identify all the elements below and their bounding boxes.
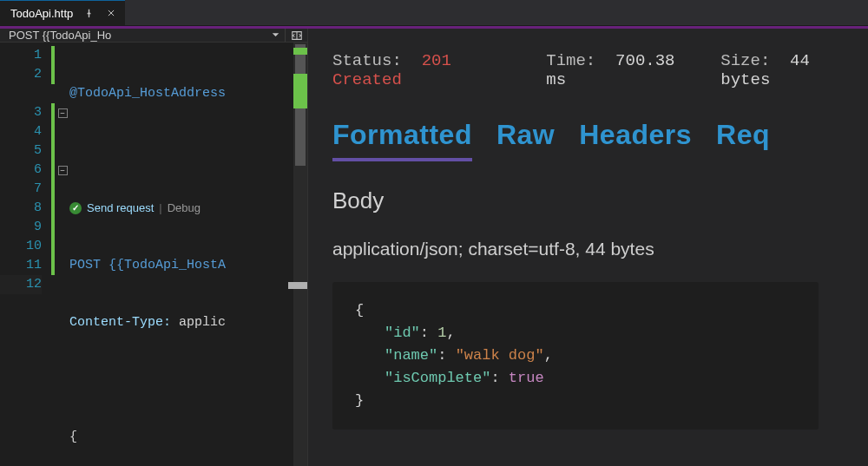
- tab-strip: TodoApi.http: [0, 0, 868, 26]
- editor-pane: POST {{TodoApi_Ho 1 2 3 4 5 6 7 8 9: [0, 29, 308, 466]
- codelens-debug[interactable]: Debug: [168, 199, 201, 218]
- editor-scrollbar[interactable]: [293, 43, 307, 466]
- tab-formatted[interactable]: Formatted: [332, 119, 472, 161]
- response-status-row: Status: 201 Created Time: 700.38 ms Size…: [332, 51, 868, 89]
- time-label: Time:: [546, 51, 595, 70]
- document-tab[interactable]: TodoApi.http: [0, 0, 125, 25]
- request-combo-row: POST {{TodoApi_Ho: [0, 29, 307, 43]
- request-combo-value: POST {{TodoApi_Ho: [9, 29, 111, 42]
- split-window-button[interactable]: [285, 29, 307, 42]
- response-pane: Status: 201 Created Time: 700.38 ms Size…: [308, 29, 868, 466]
- code-content[interactable]: @TodoApi_HostAddress ✓ Send request | De…: [69, 43, 307, 466]
- fold-toggle[interactable]: −: [56, 103, 69, 122]
- tab-raw[interactable]: Raw: [496, 119, 555, 161]
- status-label: Status:: [332, 51, 402, 70]
- codelens: ✓ Send request | Debug: [69, 199, 307, 218]
- fold-column: − −: [56, 43, 69, 466]
- body-heading: Body: [332, 187, 868, 214]
- document-tab-title: TodoApi.http: [10, 7, 73, 20]
- main-area: POST {{TodoApi_Ho 1 2 3 4 5 6 7 8 9: [0, 29, 868, 466]
- tab-request[interactable]: Req: [716, 119, 770, 161]
- fold-toggle[interactable]: −: [56, 161, 69, 180]
- response-body-json[interactable]: { "id": 1, "name": "walk dog", "isComple…: [332, 282, 819, 430]
- close-icon[interactable]: [104, 6, 118, 20]
- splitter-handle[interactable]: [288, 282, 307, 289]
- content-type-line: application/json; charset=utf-8, 44 byte…: [332, 239, 868, 259]
- codelens-send-request[interactable]: Send request: [87, 199, 154, 218]
- request-combo[interactable]: POST {{TodoApi_Ho: [0, 29, 285, 42]
- pin-icon[interactable]: [82, 6, 95, 20]
- line-number-gutter: 1 2 3 4 5 6 7 8 9 10 11 12: [0, 43, 50, 466]
- size-label: Size:: [720, 51, 770, 70]
- tab-headers[interactable]: Headers: [579, 119, 692, 161]
- check-icon: ✓: [69, 202, 82, 214]
- code-editor[interactable]: 1 2 3 4 5 6 7 8 9 10 11 12: [0, 43, 307, 466]
- chevron-down-icon: [272, 29, 279, 42]
- response-tabs: Formatted Raw Headers Req: [332, 119, 868, 161]
